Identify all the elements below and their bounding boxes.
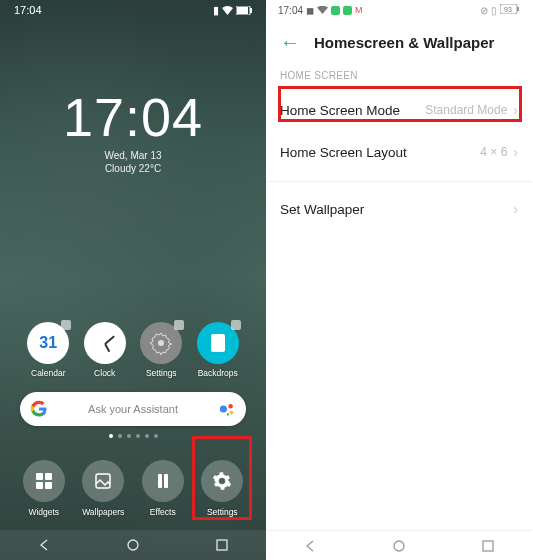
settings-screen: 17:04 ◼ M ⊘ ▯ 93 ← Homescreen & Wallpape… bbox=[266, 0, 532, 560]
clock-time: 17:04 bbox=[0, 86, 266, 148]
row-label: Set Wallpaper bbox=[280, 202, 364, 217]
app-label: Backdrops bbox=[196, 368, 241, 378]
dot bbox=[127, 434, 131, 438]
mute-icon: ⊘ bbox=[480, 5, 488, 16]
app-settings[interactable]: Settings bbox=[139, 322, 184, 378]
row-value: Standard Mode bbox=[425, 103, 507, 117]
svg-rect-9 bbox=[45, 473, 52, 480]
nav-home[interactable] bbox=[388, 535, 410, 557]
page-title: Homescreen & Wallpaper bbox=[314, 34, 494, 51]
notif-icon: ◼ bbox=[306, 5, 314, 16]
nav-bar bbox=[266, 530, 532, 560]
app-label: Clock bbox=[83, 368, 128, 378]
app-badge-icon bbox=[343, 6, 352, 15]
option-widgets[interactable]: Widgets bbox=[17, 460, 71, 517]
row-home-screen-mode[interactable]: Home Screen Mode Standard Mode › bbox=[266, 89, 532, 131]
vibrate-icon: ▯ bbox=[491, 5, 497, 16]
row-home-screen-layout[interactable]: Home Screen Layout 4 × 6 › bbox=[266, 131, 532, 173]
svg-rect-22 bbox=[483, 541, 493, 551]
nav-home[interactable] bbox=[122, 534, 144, 556]
backdrops-icon bbox=[197, 322, 239, 364]
option-label: Effects bbox=[136, 507, 190, 517]
clock-icon bbox=[84, 322, 126, 364]
svg-rect-2 bbox=[237, 7, 248, 14]
dot bbox=[136, 434, 140, 438]
clock-widget[interactable]: 17:04 Wed, Mar 13 Cloudy 22°C bbox=[0, 86, 266, 174]
svg-rect-14 bbox=[164, 474, 168, 488]
svg-point-16 bbox=[128, 540, 138, 550]
svg-rect-10 bbox=[36, 482, 43, 489]
nav-recent[interactable] bbox=[211, 534, 233, 556]
nav-back[interactable] bbox=[299, 535, 321, 557]
svg-point-7 bbox=[227, 413, 229, 415]
effects-icon bbox=[142, 460, 184, 502]
option-label: Widgets bbox=[17, 507, 71, 517]
app-label: Calendar bbox=[26, 368, 71, 378]
app-clock[interactable]: Clock bbox=[83, 322, 128, 378]
svg-point-4 bbox=[220, 405, 227, 412]
svg-rect-8 bbox=[36, 473, 43, 480]
apps-row: 31 Calendar Clock Settings Backdrops bbox=[0, 322, 266, 378]
dot bbox=[109, 434, 113, 438]
google-icon bbox=[30, 400, 48, 418]
clock-weather: Cloudy 22°C bbox=[0, 163, 266, 174]
signal-icon: ▮ bbox=[213, 4, 219, 17]
chevron-right-icon: › bbox=[513, 102, 518, 118]
app-label: Settings bbox=[139, 368, 184, 378]
section-header: HOME SCREEN bbox=[266, 70, 532, 89]
settings-header: ← Homescreen & Wallpaper bbox=[266, 17, 532, 70]
status-bar-right: 17:04 ◼ M ⊘ ▯ 93 bbox=[266, 0, 532, 17]
row-value: 4 × 6 bbox=[480, 145, 507, 159]
svg-point-3 bbox=[158, 340, 164, 346]
assistant-search[interactable]: Ask your Assistant bbox=[20, 392, 246, 426]
nav-bar bbox=[0, 530, 266, 560]
back-arrow-icon[interactable]: ← bbox=[280, 31, 300, 54]
assistant-icon bbox=[218, 400, 236, 418]
status-time: 17:04 bbox=[14, 4, 42, 16]
row-label: Home Screen Layout bbox=[280, 145, 407, 160]
battery-icon bbox=[236, 5, 252, 17]
gear-icon bbox=[140, 322, 182, 364]
wallpapers-icon bbox=[82, 460, 124, 502]
status-bar-left: 17:04 ▮ bbox=[0, 0, 266, 18]
svg-rect-11 bbox=[45, 482, 52, 489]
dot bbox=[118, 434, 122, 438]
home-screen: 17:04 ▮ 17:04 Wed, Mar 13 Cloudy 22°C 31… bbox=[0, 0, 266, 560]
option-wallpapers[interactable]: Wallpapers bbox=[76, 460, 130, 517]
option-label: Wallpapers bbox=[76, 507, 130, 517]
page-indicator bbox=[0, 434, 266, 438]
divider bbox=[266, 181, 532, 182]
svg-text:93: 93 bbox=[504, 6, 512, 13]
option-settings[interactable]: Settings bbox=[195, 460, 249, 517]
battery-icon: 93 bbox=[500, 4, 520, 16]
mail-icon: M bbox=[355, 5, 363, 15]
clock-date: Wed, Mar 13 bbox=[0, 150, 266, 161]
option-label: Settings bbox=[195, 507, 249, 517]
svg-rect-1 bbox=[250, 8, 252, 13]
launcher-options: Widgets Wallpapers Effects Settings bbox=[0, 450, 266, 517]
svg-point-21 bbox=[394, 541, 404, 551]
dot bbox=[145, 434, 149, 438]
svg-point-6 bbox=[230, 411, 234, 415]
svg-rect-19 bbox=[517, 7, 519, 11]
row-label: Home Screen Mode bbox=[280, 103, 400, 118]
option-effects[interactable]: Effects bbox=[136, 460, 190, 517]
row-set-wallpaper[interactable]: Set Wallpaper › bbox=[266, 188, 532, 230]
nav-recent[interactable] bbox=[477, 535, 499, 557]
wifi-icon bbox=[222, 5, 233, 17]
calendar-icon: 31 bbox=[27, 322, 69, 364]
chevron-right-icon: › bbox=[513, 144, 518, 160]
nav-back[interactable] bbox=[33, 534, 55, 556]
widgets-icon bbox=[23, 460, 65, 502]
status-time: 17:04 bbox=[278, 5, 303, 16]
dot bbox=[154, 434, 158, 438]
svg-rect-17 bbox=[217, 540, 227, 550]
app-badge-icon bbox=[331, 6, 340, 15]
app-backdrops[interactable]: Backdrops bbox=[196, 322, 241, 378]
svg-rect-13 bbox=[158, 474, 162, 488]
wifi-icon bbox=[317, 5, 328, 16]
search-placeholder: Ask your Assistant bbox=[48, 403, 218, 415]
app-calendar[interactable]: 31 Calendar bbox=[26, 322, 71, 378]
settings-icon bbox=[201, 460, 243, 502]
svg-point-15 bbox=[220, 479, 225, 484]
